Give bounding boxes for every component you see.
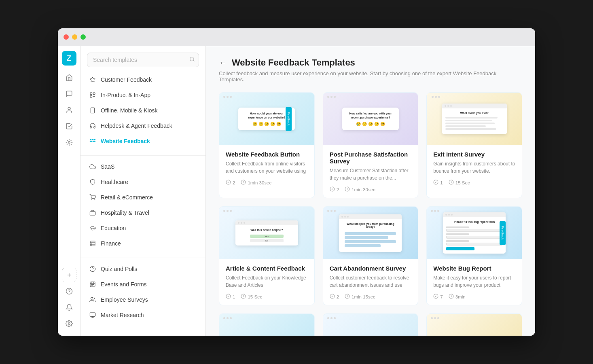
svg-point-0 xyxy=(68,107,70,110)
categories-section: Customer Feedback In-Product & In-App xyxy=(80,72,205,149)
card-footer: 1 15 Sec xyxy=(433,180,515,186)
svg-rect-13 xyxy=(91,108,94,113)
contacts-nav-btn[interactable] xyxy=(62,103,76,117)
maximize-button[interactable] xyxy=(80,34,86,40)
minimize-button[interactable] xyxy=(72,34,77,40)
healthcare-label: Healthcare xyxy=(101,179,128,185)
card-title: Cart Abandonment Survey xyxy=(330,265,412,272)
cart-icon xyxy=(89,193,97,201)
clock-icon xyxy=(345,186,350,193)
sidebar-item-in-product[interactable]: In-Product & In-App xyxy=(80,87,205,103)
card-preview: What made you exit? xyxy=(427,93,522,145)
education-label: Education xyxy=(101,225,126,231)
template-card-partial-2[interactable] xyxy=(323,313,419,336)
card-title: Exit Intent Survey xyxy=(433,151,515,158)
sidebar-item-employee[interactable]: Employee Surveys xyxy=(80,292,205,307)
svg-rect-18 xyxy=(90,141,92,142)
helpdesk-label: Helpdesk & Agent Feedback xyxy=(101,123,172,129)
template-card-post-purchase[interactable]: How satisfied are you with your recent p… xyxy=(323,92,419,198)
card-preview-partial xyxy=(323,314,418,336)
template-card-cart-abandonment[interactable]: What stopped you from purchasing today? xyxy=(323,206,419,305)
logo-button[interactable]: Z xyxy=(62,51,76,66)
card-preview: How satisfied are you with your recent p… xyxy=(323,93,418,145)
svg-point-7 xyxy=(190,57,194,61)
titlebar xyxy=(58,28,535,46)
search-box[interactable] xyxy=(87,53,199,67)
integrations-nav-btn[interactable] xyxy=(62,135,76,150)
card-body: Cart Abandonment Survey Collect customer… xyxy=(323,259,418,305)
sidebar-item-education[interactable]: Education xyxy=(80,220,205,236)
responses-nav-btn[interactable] xyxy=(62,87,76,101)
sidebar-item-helpdesk[interactable]: Helpdesk & Agent Feedback xyxy=(80,118,205,133)
sidebar-item-retail[interactable]: Retail & eCommerce xyxy=(80,190,205,205)
svg-rect-29 xyxy=(90,282,95,287)
home-nav-btn[interactable] xyxy=(62,70,76,85)
card-body: Exit Intent Survey Gain insights from cu… xyxy=(427,145,522,191)
sidebar-item-healthcare[interactable]: Healthcare xyxy=(80,174,205,190)
templates-grid-partial xyxy=(219,313,522,336)
settings-nav-btn[interactable] xyxy=(62,316,76,331)
sidebar-item-offline[interactable]: Offline, Mobile & Kiosk xyxy=(80,103,205,118)
headset-icon xyxy=(89,122,97,130)
clock-icon xyxy=(241,180,246,186)
tasks-nav-btn[interactable] xyxy=(62,119,76,133)
time-value: 3min xyxy=(455,294,466,299)
offline-label: Offline, Mobile & Kiosk xyxy=(101,107,158,114)
questions-meta: 1 xyxy=(226,294,235,300)
template-card-website-feedback-button[interactable]: How would you rate your experience on ou… xyxy=(219,92,315,198)
search-input[interactable] xyxy=(87,53,199,67)
svg-rect-10 xyxy=(90,93,92,95)
time-meta: 15 Sec xyxy=(449,180,470,186)
template-card-partial-1[interactable] xyxy=(219,313,315,336)
sidebar-item-market-research[interactable]: Market Research xyxy=(80,307,205,323)
sidebar-item-events[interactable]: Events and Forms xyxy=(80,277,205,292)
card-preview-partial xyxy=(219,314,314,336)
check-circle-icon xyxy=(226,180,231,186)
quiz-polls-label: Quiz and Polls xyxy=(101,266,137,272)
clock-icon xyxy=(241,294,246,300)
time-meta: 1min 30sec xyxy=(241,180,271,186)
sidebar-item-saas[interactable]: SaaS xyxy=(80,159,205,174)
questions-meta: 2 xyxy=(330,294,339,300)
close-button[interactable] xyxy=(64,34,69,40)
travel-icon xyxy=(89,209,97,217)
events-forms-label: Events and Forms xyxy=(101,281,147,288)
sidebar-item-quiz-polls[interactable]: Quiz and Polls xyxy=(80,261,205,277)
template-card-exit-intent[interactable]: What made you exit? Exit Intent Survey G… xyxy=(426,92,522,198)
sidebar-item-hospitality[interactable]: Hospitality & Travel xyxy=(80,205,205,220)
template-card-partial-3[interactable] xyxy=(426,313,522,336)
main-content: ← Website Feedback Templates Collect fee… xyxy=(206,46,535,336)
bell-nav-btn[interactable] xyxy=(62,300,76,315)
template-card-bug-report[interactable]: Please fill this bug report form Feedbac… xyxy=(426,206,522,305)
template-card-article[interactable]: Was this article helpful? Yes No Article… xyxy=(219,206,315,305)
help-nav-btn[interactable] xyxy=(62,284,76,298)
questions-meta: 2 xyxy=(330,186,339,193)
card-preview: Was this article helpful? Yes No xyxy=(219,207,314,259)
clock-icon xyxy=(345,294,350,300)
healthcare-icon xyxy=(89,178,97,186)
card-description: Make it easy for your users to report bu… xyxy=(433,274,515,289)
tag-icon xyxy=(89,91,97,99)
time-meta: 1min 15sec xyxy=(345,294,375,300)
card-preview: Please fill this bug report form Feedbac… xyxy=(427,207,522,259)
education-icon xyxy=(89,224,97,232)
cloud-icon xyxy=(89,163,97,171)
website-icon xyxy=(89,137,97,145)
sidebar-item-finance[interactable]: Finance xyxy=(80,236,205,251)
sidebar-item-website-feedback[interactable]: Website Feedback xyxy=(80,133,205,149)
time-meta: 15 Sec xyxy=(241,294,262,300)
time-value: 1min 30sec xyxy=(248,180,271,185)
questions-count: 2 xyxy=(337,294,339,299)
clock-icon xyxy=(449,294,454,300)
add-nav-btn[interactable] xyxy=(62,268,76,282)
market-research-icon xyxy=(89,311,97,319)
card-title: Article & Content Feedback xyxy=(226,265,308,272)
back-button[interactable]: ← xyxy=(219,58,227,66)
card-title: Website Bug Report xyxy=(433,265,515,272)
svg-point-20 xyxy=(91,199,92,200)
clock-icon xyxy=(449,180,454,186)
check-circle-icon xyxy=(433,180,438,186)
card-preview-partial xyxy=(427,314,522,336)
check-circle-icon xyxy=(330,294,335,300)
sidebar-item-customer-feedback[interactable]: Customer Feedback xyxy=(80,72,205,87)
